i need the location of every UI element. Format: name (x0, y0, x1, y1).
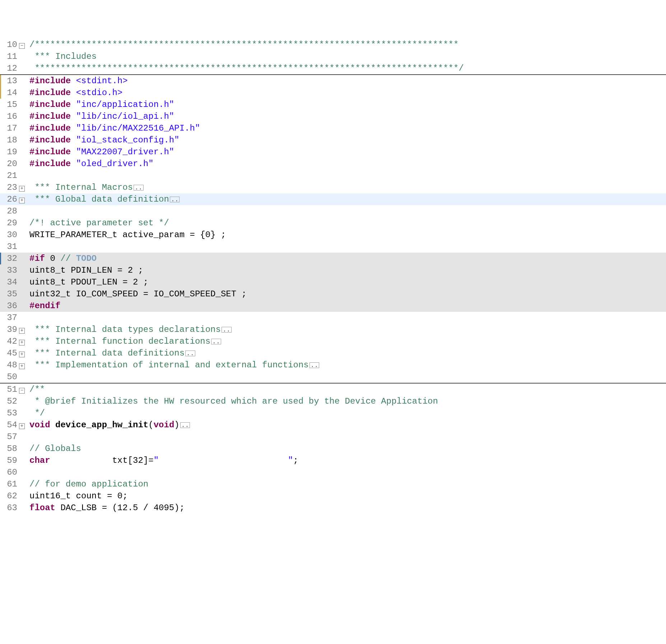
line-number: 63 (0, 502, 18, 514)
fold-plus-icon[interactable]: + (19, 328, 25, 334)
include-arg: <stdint.h> (76, 76, 128, 86)
code-line-folded[interactable]: 45 + *** Internal data definitions.. (0, 347, 666, 359)
preprocessor-keyword: #endif (29, 301, 60, 311)
line-number: 54 (0, 419, 18, 431)
string-literal: " " (154, 456, 293, 465)
line-number: 17 (0, 122, 18, 134)
line-number: 14 (0, 87, 18, 99)
code-line-folded[interactable]: 23 + *** Internal Macros.. (0, 182, 666, 193)
fold-ellipsis-icon[interactable]: .. (309, 362, 320, 368)
line-number: 57 (0, 431, 18, 443)
code-line[interactable]: 31 (0, 241, 666, 253)
code-line-folded[interactable]: 48 + *** Implementation of internal and … (0, 359, 666, 371)
code-line[interactable]: 20 #include "oled_driver.h" (0, 158, 666, 170)
line-number: 37 (0, 312, 18, 324)
code-line[interactable]: 15 #include "inc/application.h" (0, 99, 666, 111)
fold-ellipsis-icon[interactable]: .. (170, 197, 180, 202)
line-number: 30 (0, 229, 18, 241)
comment-stars: *** (29, 337, 55, 346)
code-line[interactable]: 37 (0, 312, 666, 324)
code-line[interactable]: 61 // for demo application (0, 478, 666, 490)
code-line[interactable]: 12 *************************************… (0, 62, 666, 74)
line-number: 23 (0, 182, 18, 193)
code-text: 0 (45, 254, 60, 263)
fold-ellipsis-icon[interactable]: .. (185, 351, 195, 356)
include-arg: "iol_stack_config.h" (76, 135, 180, 145)
code-line[interactable]: 58 // Globals (0, 443, 666, 455)
code-line[interactable]: 62 uint16_t count = 0; (0, 490, 666, 502)
fold-plus-icon[interactable]: + (19, 423, 25, 429)
code-text: DAC_LSB = (12.5 / 4095); (55, 503, 185, 513)
code-line[interactable]: 19 #include "MAX22007_driver.h" (0, 146, 666, 158)
comment-stars: *** (29, 52, 55, 61)
code-line[interactable]: 28 (0, 205, 666, 217)
comment-text: Global data definition (55, 194, 169, 204)
code-line-folded[interactable]: 42 + *** Internal function declarations.… (0, 335, 666, 347)
code-line[interactable]: 10 − /**********************************… (0, 39, 666, 51)
include-arg: "MAX22007_driver.h" (76, 147, 174, 157)
code-line[interactable]: 29 /*! active parameter set */ (0, 217, 666, 229)
line-number: 31 (0, 241, 18, 253)
code-line[interactable]: 32 #if 0 // TODO (0, 253, 666, 264)
fold-minus-icon[interactable]: − (19, 388, 25, 394)
code-line[interactable]: 21 (0, 170, 666, 182)
todo-tag: TODO (76, 254, 97, 263)
comment-stars: *** (29, 325, 55, 334)
preprocessor-keyword: #include (29, 135, 71, 145)
fold-ellipsis-icon[interactable]: .. (180, 422, 190, 428)
code-line[interactable]: 63 float DAC_LSB = (12.5 / 4095); (0, 502, 666, 514)
fold-plus-icon[interactable]: + (19, 186, 25, 192)
line-number: 52 (0, 395, 18, 407)
fold-minus-icon[interactable]: − (19, 43, 25, 49)
fold-ellipsis-icon[interactable]: .. (211, 339, 221, 344)
preprocessor-keyword: #include (29, 76, 71, 86)
code-line-folded[interactable]: 39 + *** Internal data types declaration… (0, 324, 666, 335)
line-number: 13 (0, 75, 18, 87)
fold-plus-icon[interactable]: + (19, 198, 25, 203)
code-line[interactable]: 57 (0, 431, 666, 443)
code-line[interactable]: 52 * @brief Initializes the HW resourced… (0, 395, 666, 407)
code-line[interactable]: 34 uint8_t PDOUT_LEN = 2 ; (0, 276, 666, 288)
comment-text: Includes (55, 52, 97, 61)
comment-stars: *** (29, 360, 55, 370)
code-line-folded[interactable]: 26 + *** Global data definition.. (0, 193, 666, 205)
line-number: 18 (0, 134, 18, 146)
line-number: 60 (0, 466, 18, 478)
code-line[interactable]: 60 (0, 466, 666, 478)
comment-stars: *** (29, 183, 55, 192)
line-number: 28 (0, 205, 18, 217)
code-line-folded[interactable]: 54 + void device_app_hw_init(void).. (0, 419, 666, 431)
code-line[interactable]: 17 #include "lib/inc/MAX22516_API.h" (0, 122, 666, 134)
fold-ellipsis-icon[interactable]: .. (134, 185, 144, 191)
code-line[interactable]: 36 #endif (0, 300, 666, 312)
comment-text: * @brief Initializes the HW resourced wh… (29, 396, 438, 406)
code-line[interactable]: 16 #include "lib/inc/iol_api.h" (0, 111, 666, 122)
line-number: 42 (0, 335, 18, 347)
line-number: 11 (0, 51, 18, 62)
fold-ellipsis-icon[interactable]: .. (222, 327, 232, 333)
code-line[interactable]: 51 − /** (0, 383, 666, 395)
code-line[interactable]: 53 */ (0, 407, 666, 419)
code-line[interactable]: 35 uint32_t IO_COM_SPEED = IO_COM_SPEED_… (0, 288, 666, 300)
code-line[interactable]: 14 #include <stdio.h> (0, 87, 666, 99)
fold-plus-icon[interactable]: + (19, 363, 25, 369)
code-line[interactable]: 50 (0, 371, 666, 383)
code-text: uint8_t PDIN_LEN = 2 ; (29, 265, 143, 275)
code-line[interactable]: 13 #include <stdint.h> (0, 74, 666, 87)
line-number: 35 (0, 288, 18, 300)
code-line[interactable]: 59 char txt[32]=" "; (0, 455, 666, 466)
comment-block: /***************************************… (29, 40, 458, 50)
line-number: 16 (0, 111, 18, 122)
comment-text: Internal Macros (55, 183, 133, 192)
comment-text: /** (29, 385, 45, 394)
code-line[interactable]: 30 WRITE_PARAMETER_t active_param = {0} … (0, 229, 666, 241)
code-line[interactable]: 33 uint8_t PDIN_LEN = 2 ; (0, 264, 666, 276)
code-editor[interactable]: 10 − /**********************************… (0, 39, 666, 514)
fold-plus-icon[interactable]: + (19, 352, 25, 357)
line-number: 29 (0, 217, 18, 229)
code-line[interactable]: 18 #include "iol_stack_config.h" (0, 134, 666, 146)
code-line[interactable]: 11 *** Includes (0, 51, 666, 62)
comment-text: Implementation of internal and external … (55, 360, 309, 370)
function-name: device_app_hw_init (50, 420, 149, 430)
fold-plus-icon[interactable]: + (19, 340, 25, 345)
